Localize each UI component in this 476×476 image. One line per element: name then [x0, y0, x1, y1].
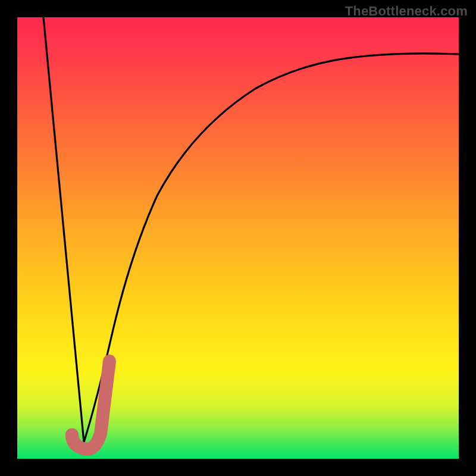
chart-frame: TheBottleneck.com — [0, 0, 476, 476]
chart-overlay-svg — [17, 17, 459, 459]
j-marker-dot — [65, 428, 79, 441]
watermark-text: TheBottleneck.com — [345, 4, 468, 19]
plot-area — [17, 17, 459, 459]
